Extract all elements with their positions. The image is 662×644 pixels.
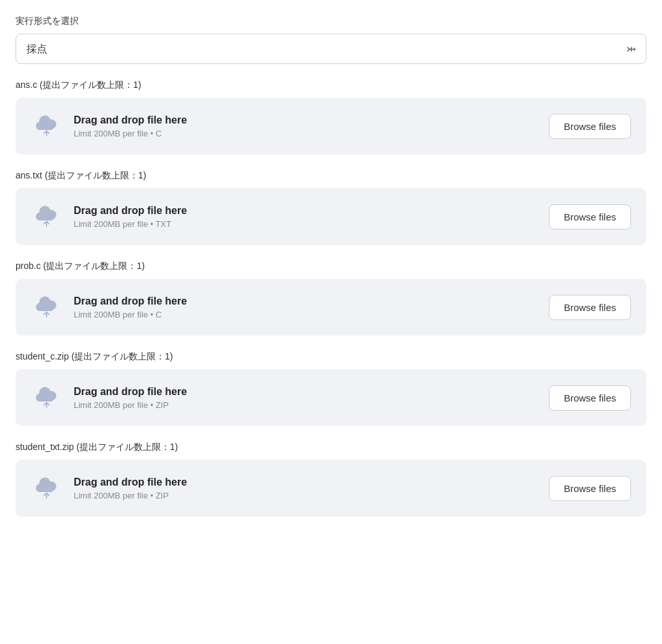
browse-files-button-student-c-zip[interactable]: Browse files	[549, 385, 631, 411]
drop-zone-student-c-zip[interactable]: Drag and drop file here Limit 200MB per …	[16, 369, 646, 426]
file-section-label-student-txt-zip: student_txt.zip (提出ファイル数上限：1)	[16, 442, 646, 453]
drop-zone-left-prob-c: Drag and drop file here Limit 200MB per …	[31, 292, 187, 323]
drop-zone-title-student-txt-zip: Drag and drop file here	[74, 477, 187, 488]
drop-zone-ans-txt[interactable]: Drag and drop file here Limit 200MB per …	[16, 188, 646, 245]
drop-zone-subtitle-student-txt-zip: Limit 200MB per file • ZIP	[74, 491, 187, 500]
file-section-student-txt-zip: student_txt.zip (提出ファイル数上限：1) Drag and d…	[16, 442, 646, 517]
drop-zone-left-ans-c: Drag and drop file here Limit 200MB per …	[31, 111, 187, 142]
drop-zone-text-ans-txt: Drag and drop file here Limit 200MB per …	[74, 205, 187, 229]
browse-files-button-ans-c[interactable]: Browse files	[549, 114, 631, 139]
upload-cloud-icon	[31, 111, 62, 142]
drop-zone-subtitle-student-c-zip: Limit 200MB per file • ZIP	[74, 400, 187, 410]
exec-select-wrapper: 採点 ⤔	[16, 34, 646, 64]
browse-files-button-student-txt-zip[interactable]: Browse files	[549, 476, 631, 501]
drop-zone-subtitle-ans-c: Limit 200MB per file • C	[74, 129, 187, 138]
file-section-ans-c: ans.c (提出ファイル数上限：1) Drag and drop file h…	[16, 80, 646, 155]
upload-cloud-icon	[31, 201, 62, 232]
drop-zone-title-student-c-zip: Drag and drop file here	[74, 386, 187, 398]
browse-files-button-prob-c[interactable]: Browse files	[549, 295, 631, 320]
file-section-label-prob-c: prob.c (提出ファイル数上限：1)	[16, 261, 646, 272]
drop-zone-text-student-c-zip: Drag and drop file here Limit 200MB per …	[74, 386, 187, 410]
drop-zone-ans-c[interactable]: Drag and drop file here Limit 200MB per …	[16, 98, 646, 155]
upload-cloud-icon	[31, 382, 62, 413]
drop-zone-subtitle-ans-txt: Limit 200MB per file • TXT	[74, 219, 187, 229]
upload-cloud-icon	[31, 473, 62, 504]
drop-zone-left-student-c-zip: Drag and drop file here Limit 200MB per …	[31, 382, 187, 413]
drop-zone-text-student-txt-zip: Drag and drop file here Limit 200MB per …	[74, 477, 187, 500]
file-section-ans-txt: ans.txt (提出ファイル数上限：1) Drag and drop file…	[16, 170, 646, 245]
file-section-prob-c: prob.c (提出ファイル数上限：1) Drag and drop file …	[16, 261, 646, 336]
file-section-student-c-zip: student_c.zip (提出ファイル数上限：1) Drag and dro…	[16, 351, 646, 426]
drop-zone-left-ans-txt: Drag and drop file here Limit 200MB per …	[31, 201, 187, 232]
drop-zone-subtitle-prob-c: Limit 200MB per file • C	[74, 310, 187, 319]
exec-type-select[interactable]: 採点	[16, 34, 646, 64]
drop-zone-title-ans-txt: Drag and drop file here	[74, 205, 187, 217]
drop-zone-text-ans-c: Drag and drop file here Limit 200MB per …	[74, 114, 187, 138]
browse-files-button-ans-txt[interactable]: Browse files	[549, 204, 631, 230]
drop-zone-student-txt-zip[interactable]: Drag and drop file here Limit 200MB per …	[16, 460, 646, 517]
upload-cloud-icon	[31, 292, 62, 323]
drop-zone-title-prob-c: Drag and drop file here	[74, 295, 187, 307]
drop-zone-prob-c[interactable]: Drag and drop file here Limit 200MB per …	[16, 279, 646, 336]
file-section-label-ans-c: ans.c (提出ファイル数上限：1)	[16, 80, 646, 91]
drop-zone-text-prob-c: Drag and drop file here Limit 200MB per …	[74, 295, 187, 319]
file-section-label-student-c-zip: student_c.zip (提出ファイル数上限：1)	[16, 351, 646, 363]
drop-zone-title-ans-c: Drag and drop file here	[74, 114, 187, 126]
file-section-label-ans-txt: ans.txt (提出ファイル数上限：1)	[16, 170, 646, 182]
drop-zone-left-student-txt-zip: Drag and drop file here Limit 200MB per …	[31, 473, 187, 504]
exec-type-label: 実行形式を選択	[16, 16, 646, 27]
